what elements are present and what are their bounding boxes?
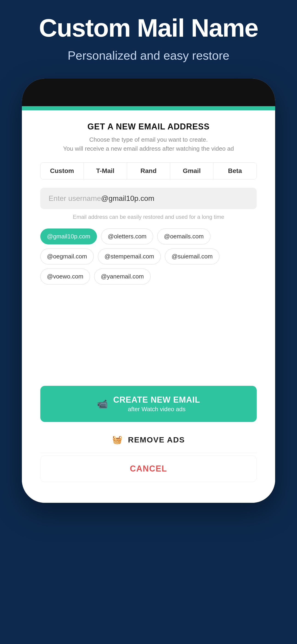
basket-icon: 🧺 [112, 435, 122, 444]
domain-chip-stempemail[interactable]: @stempemail.com [98, 248, 161, 264]
phone-content: GET A NEW EMAIL ADDRESS Choose the type … [22, 110, 275, 503]
tabs-container: Custom T-Mail Rand Gmail Beta [40, 162, 257, 180]
create-email-text: CREATE NEW EMAIL after Watch video ads [113, 395, 200, 413]
remove-ads-button[interactable]: 🧺 REMOVE ADS [40, 426, 257, 453]
domain-chip-voewo[interactable]: @voewo.com [40, 268, 90, 284]
domain-chip-suiemail[interactable]: @suiemail.com [165, 248, 219, 264]
username-placeholder: Enter username [48, 194, 101, 203]
video-icon: 📹 [97, 399, 108, 409]
cancel-button[interactable]: CANCEL [40, 455, 257, 482]
phone-green-bar [22, 106, 275, 110]
tab-beta[interactable]: Beta [214, 162, 256, 179]
page-title: Custom Mail Name [39, 14, 258, 42]
cancel-label: CANCEL [130, 464, 167, 473]
page-subtitle: Personalized and easy restore [68, 48, 229, 62]
tab-custom[interactable]: Custom [40, 162, 84, 179]
domains-container: @gmail10p.com @oletters.com @oemails.com… [40, 228, 257, 284]
tab-gmail[interactable]: Gmail [170, 162, 214, 179]
phone-notch [112, 90, 185, 104]
username-input-wrapper[interactable]: Enter username @gmail10p.com [40, 188, 257, 209]
create-email-main-label: CREATE NEW EMAIL [113, 395, 200, 405]
tab-tmail[interactable]: T-Mail [84, 162, 127, 179]
create-email-button[interactable]: 📹 CREATE NEW EMAIL after Watch video ads [40, 386, 257, 422]
modal-title: GET A NEW EMAIL ADDRESS [40, 122, 257, 132]
domain-chip-oegmail[interactable]: @oegmail.com [40, 248, 94, 264]
domain-chip-gmail10p[interactable]: @gmail10p.com [40, 228, 97, 244]
spacer [40, 294, 257, 386]
domain-chip-oemails[interactable]: @oemails.com [157, 228, 210, 244]
create-email-sub-label: after Watch video ads [113, 406, 200, 413]
phone-top-bar [22, 78, 275, 106]
tab-rand[interactable]: Rand [127, 162, 170, 179]
remove-ads-label: REMOVE ADS [128, 435, 185, 444]
domain-chip-oletters[interactable]: @oletters.com [101, 228, 153, 244]
phone-mockup: GET A NEW EMAIL ADDRESS Choose the type … [22, 78, 275, 503]
bottom-buttons: 📹 CREATE NEW EMAIL after Watch video ads… [40, 386, 257, 489]
username-domain: @gmail10p.com [101, 194, 154, 203]
modal-subtitle: Choose the type of email you want to cre… [40, 135, 257, 153]
input-hint: Email address can be easily restored and… [40, 214, 257, 220]
domain-chip-yanemail[interactable]: @yanemail.com [94, 268, 150, 284]
